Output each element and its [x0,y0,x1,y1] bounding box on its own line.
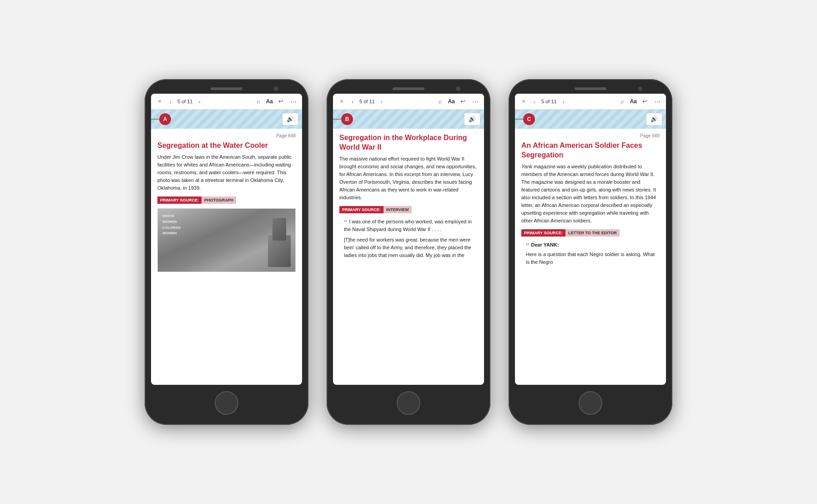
camera-a [274,86,278,91]
home-button-b[interactable] [397,391,420,415]
screen-a: ≡ ‹ 5 of 11 › ⌕ Aa ↩ ⋮ A � [151,94,302,385]
back-icon-b[interactable]: ↩ [458,96,468,106]
phone-top-bar-a [151,87,302,90]
phone-top-bar-c [515,87,666,90]
phone-c: ≡ ‹ 5 of 11 › ⌕ Aa ↩ ⋮ C � [509,79,672,425]
speaker-a [211,87,242,90]
content-a: Page 648 Segregation at the Water Cooler… [151,129,302,385]
quote-mark-c: " [526,242,529,251]
phone-bottom-c [515,391,666,415]
circle-badge-b: B [341,113,353,125]
article-body-c: Yank magazine was a weekly publication d… [521,163,660,225]
quote-text-b1: I was one of the persons who worked, was… [344,219,472,232]
letter-body-c: Here is a question that each Negro soldi… [526,252,655,265]
phone-bottom-a [151,391,302,415]
list-icon-c[interactable]: ≡ [519,96,529,106]
label-secondary-c: LETTER TO THE EDITOR [565,229,620,237]
aa-label-a[interactable]: Aa [266,98,273,105]
label-badge-b: PRIMARY SOURCE: INTERVIEW [339,206,478,213]
label-primary-b: PRIMARY SOURCE: [339,206,383,213]
camera-c [638,86,642,91]
page-indicator-c: 5 of 11 [540,99,559,104]
article-body-c-rest: magazine was a weekly publication distri… [521,164,656,223]
audio-banner-a: A 🔊 [151,110,302,129]
toolbar-a: ≡ ‹ 5 of 11 › ⌕ Aa ↩ ⋮ [151,94,302,110]
audio-banner-c: C 🔊 [515,110,666,129]
toolbar-b: ≡ ‹ 5 of 11 › ⌕ Aa ↩ ⋮ [333,94,484,110]
search-icon-a[interactable]: ⌕ [253,96,263,106]
prev-btn-c[interactable]: ‹ [530,97,539,106]
toolbar-right-a: ⌕ Aa ↩ ⋮ [253,96,298,106]
aa-label-c[interactable]: Aa [630,98,637,105]
article-body-yank: Yank [521,164,532,169]
nav-b: ‹ 5 of 11 › [348,97,386,106]
quote-block-b: " I was one of the persons who worked, w… [339,218,478,259]
next-btn-a[interactable]: › [196,97,204,106]
prev-btn-b[interactable]: ‹ [348,97,357,106]
page-number-c: Page 649 [521,133,660,138]
more-icon-a[interactable]: ⋮ [288,96,298,106]
audio-button-a[interactable]: 🔊 [282,113,298,126]
page-indicator-b: 5 of 11 [358,99,377,104]
quote-text-b2: [T]he need for workers was great, becaus… [344,237,471,258]
circle-badge-a: A [159,113,171,125]
circle-line-b [333,119,341,120]
circle-badge-c: C [523,113,535,125]
prev-btn-a[interactable]: ‹ [166,97,175,106]
photo-box-a: WHITE WOMEN COLORED WOMEN [157,208,296,272]
toolbar-right-c: ⌕ Aa ↩ ⋮ [617,96,662,106]
label-secondary-a: PHOTOGRAPH [202,197,236,204]
letter-block-c: " Dear YANK: Here is a question that eac… [521,241,660,266]
home-button-c[interactable] [579,391,602,415]
photo-image-a: WHITE WOMEN COLORED WOMEN [158,209,295,272]
article-title-c: An African American Soldier Faces Segreg… [521,141,660,160]
next-btn-c[interactable]: › [560,97,568,106]
audio-button-b[interactable]: 🔊 [464,113,480,126]
aa-label-b[interactable]: Aa [448,98,455,105]
article-body-b: The massive national effort required to … [339,155,478,202]
page-number-a: Page 648 [157,133,296,138]
page-indicator-a: 5 of 11 [176,99,195,104]
speaker-b [393,87,424,90]
label-secondary-b: INTERVIEW [383,206,412,213]
search-icon-b[interactable]: ⌕ [435,96,445,106]
screen-b: ≡ ‹ 5 of 11 › ⌕ Aa ↩ ⋮ B � [333,94,484,385]
content-c: Page 649 An African American Soldier Fac… [515,129,666,385]
nav-a: ‹ 5 of 11 › [166,97,204,106]
phone-b: ≡ ‹ 5 of 11 › ⌕ Aa ↩ ⋮ B � [327,79,490,425]
next-btn-b[interactable]: › [378,97,386,106]
audio-button-c[interactable]: 🔊 [646,113,662,126]
nav-c: ‹ 5 of 11 › [530,97,568,106]
more-icon-c[interactable]: ⋮ [652,96,662,106]
camera-b [456,86,460,91]
list-icon-a[interactable]: ≡ [155,96,165,106]
home-button-a[interactable] [215,391,238,415]
article-title-b: Segregation in the Workplace During Worl… [339,133,478,152]
scene: ≡ ‹ 5 of 11 › ⌕ Aa ↩ ⋮ A � [0,0,817,504]
phone-top-bar-b [333,87,484,90]
list-icon-b[interactable]: ≡ [337,96,347,106]
audio-banner-b: B 🔊 [333,110,484,129]
phone-a: ≡ ‹ 5 of 11 › ⌕ Aa ↩ ⋮ A � [145,79,308,425]
more-icon-b[interactable]: ⋮ [470,96,480,106]
circle-line-c [515,119,523,120]
letter-salutation-c: Dear YANK: [531,242,559,247]
search-icon-c[interactable]: ⌕ [617,96,627,106]
label-badge-c: PRIMARY SOURCE: LETTER TO THE EDITOR [521,229,660,237]
article-body-a: Under Jim Crow laws in the American Sout… [157,153,296,192]
back-icon-a[interactable]: ↩ [276,96,286,106]
label-primary-a: PRIMARY SOURCE: [157,197,202,204]
label-badge-a: PRIMARY SOURCE: PHOTOGRAPH [157,197,296,204]
circle-line-a [151,119,159,120]
speaker-c [575,87,606,90]
toolbar-right-b: ⌕ Aa ↩ ⋮ [435,96,480,106]
phone-bottom-b [333,391,484,415]
article-title-a: Segregation at the Water Cooler [157,141,296,151]
screen-c: ≡ ‹ 5 of 11 › ⌕ Aa ↩ ⋮ C � [515,94,666,385]
toolbar-c: ≡ ‹ 5 of 11 › ⌕ Aa ↩ ⋮ [515,94,666,110]
back-icon-c[interactable]: ↩ [640,96,650,106]
content-b: Segregation in the Workplace During Worl… [333,129,484,385]
label-primary-c: PRIMARY SOURCE: [521,229,565,237]
